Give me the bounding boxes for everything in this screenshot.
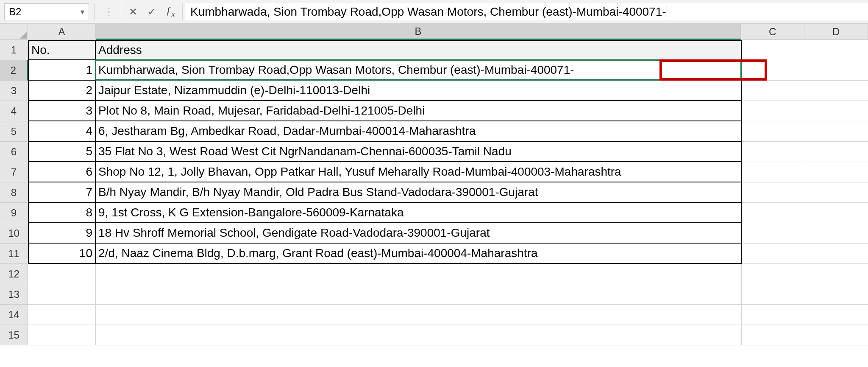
cell-C9[interactable] <box>742 203 805 223</box>
cell-A2[interactable]: 1 <box>28 60 96 81</box>
cell-A4[interactable]: 3 <box>28 101 96 121</box>
cell-D1[interactable] <box>805 40 868 60</box>
cell-B3[interactable]: Jaipur Estate, Nizammuddin (e)-Delhi-110… <box>96 81 742 101</box>
cell-D3[interactable] <box>805 81 868 101</box>
expand-icon[interactable]: ⋮ <box>100 3 118 20</box>
name-box[interactable]: B2 ▾ <box>4 3 89 20</box>
cell-C5[interactable] <box>742 121 805 142</box>
cell-D15[interactable] <box>805 325 868 345</box>
cell-D9[interactable] <box>805 203 868 223</box>
formula-bar: B2 ▾ ⋮ ✕ ✓ ƒx Kumbharwada, Sion Trombay … <box>0 0 868 24</box>
row-header-11[interactable]: 11 <box>0 244 28 264</box>
cell-D13[interactable] <box>805 284 868 305</box>
row-header-14[interactable]: 14 <box>0 305 28 325</box>
cell-B9[interactable]: 9, 1st Cross, K G Extension-Bangalore-56… <box>96 203 742 223</box>
select-all-corner[interactable] <box>0 24 28 40</box>
cell-C12[interactable] <box>742 264 805 284</box>
cell-C4[interactable] <box>742 101 805 121</box>
formula-input[interactable]: Kumbharwada, Sion Trombay Road,Opp Wasan… <box>185 3 868 20</box>
enter-button[interactable]: ✓ <box>142 3 161 20</box>
cell-B14[interactable] <box>96 305 742 325</box>
cell-B13[interactable] <box>96 284 742 305</box>
cell-C1[interactable] <box>742 40 805 60</box>
cell-C15[interactable] <box>742 325 805 345</box>
cell-D6[interactable] <box>805 142 868 162</box>
row-header-6[interactable]: 6 <box>0 142 28 162</box>
cell-A9[interactable]: 8 <box>28 203 96 223</box>
cell-A13[interactable] <box>28 284 96 305</box>
row-header-2[interactable]: 2 <box>0 60 28 81</box>
cell-B1[interactable]: Address <box>96 40 742 60</box>
row-header-10[interactable]: 10 <box>0 223 28 244</box>
cell-C8[interactable] <box>742 182 805 203</box>
cell-A12[interactable] <box>28 264 96 284</box>
row-header-9[interactable]: 9 <box>0 203 28 223</box>
cell-C11[interactable] <box>742 244 805 264</box>
cell-B10[interactable]: 18 Hv Shroff Memorial School, Gendigate … <box>96 223 742 244</box>
cell-B15[interactable] <box>96 325 742 345</box>
column-header-D[interactable]: D <box>804 24 868 40</box>
cell-B11[interactable]: 2/d, Naaz Cinema Bldg, D.b.marg, Grant R… <box>96 244 742 264</box>
svg-marker-0 <box>20 32 27 39</box>
cell-B4[interactable]: Plot No 8, Main Road, Mujesar, Faridabad… <box>96 101 742 121</box>
x-icon: ✕ <box>129 6 137 18</box>
cell-D7[interactable] <box>805 162 868 182</box>
cell-A1[interactable]: No. <box>28 40 96 60</box>
cell-B8[interactable]: B/h Nyay Mandir, B/h Nyay Mandir, Old Pa… <box>96 182 742 203</box>
fx-icon: ƒx <box>166 4 175 19</box>
cell-B12[interactable] <box>96 264 742 284</box>
cell-C7[interactable] <box>742 162 805 182</box>
cell-B2[interactable]: Kumbharwada, Sion Trombay Road,Opp Wasan… <box>96 60 742 81</box>
cell-B5[interactable]: 6, Jestharam Bg, Ambedkar Road, Dadar-Mu… <box>96 121 742 142</box>
column-header-C[interactable]: C <box>741 24 804 40</box>
row-header-8[interactable]: 8 <box>0 182 28 203</box>
separator <box>94 3 95 20</box>
cell-A14[interactable] <box>28 305 96 325</box>
column-header-B[interactable]: B <box>96 24 741 40</box>
cancel-button[interactable]: ✕ <box>124 3 142 20</box>
cell-D14[interactable] <box>805 305 868 325</box>
row-header-15[interactable]: 15 <box>0 325 28 345</box>
row-header-12[interactable]: 12 <box>0 264 28 284</box>
cell-D11[interactable] <box>805 244 868 264</box>
name-box-value: B2 <box>9 6 21 18</box>
cell-A6[interactable]: 5 <box>28 142 96 162</box>
cell-C14[interactable] <box>742 305 805 325</box>
row-header-13[interactable]: 13 <box>0 284 28 305</box>
cells-area: No.Address1Kumbharwada, Sion Trombay Roa… <box>28 40 868 345</box>
insert-function-button[interactable]: ƒx <box>161 3 180 20</box>
column-headers: ABCD <box>28 24 868 40</box>
separator <box>121 3 121 20</box>
cell-C2[interactable] <box>742 60 805 81</box>
cell-B6[interactable]: 35 Flat No 3, West Road West Cit NgrNand… <box>96 142 742 162</box>
cell-D10[interactable] <box>805 223 868 244</box>
cell-D5[interactable] <box>805 121 868 142</box>
cell-A11[interactable]: 10 <box>28 244 96 264</box>
cell-D2[interactable] <box>805 60 868 81</box>
cell-A5[interactable]: 4 <box>28 121 96 142</box>
row-header-3[interactable]: 3 <box>0 81 28 101</box>
separator <box>182 3 183 20</box>
row-header-1[interactable]: 1 <box>0 40 28 60</box>
cell-C3[interactable] <box>742 81 805 101</box>
cell-A3[interactable]: 2 <box>28 81 96 101</box>
column-header-A[interactable]: A <box>28 24 96 40</box>
cell-A7[interactable]: 6 <box>28 162 96 182</box>
formula-text: Kumbharwada, Sion Trombay Road,Opp Wasan… <box>190 5 666 19</box>
row-header-5[interactable]: 5 <box>0 121 28 142</box>
text-caret <box>667 6 667 18</box>
cell-A15[interactable] <box>28 325 96 345</box>
cell-D12[interactable] <box>805 264 868 284</box>
cell-C13[interactable] <box>742 284 805 305</box>
cell-C6[interactable] <box>742 142 805 162</box>
chevron-down-icon[interactable]: ▾ <box>81 7 84 17</box>
cell-A10[interactable]: 9 <box>28 223 96 244</box>
cell-D4[interactable] <box>805 101 868 121</box>
row-header-7[interactable]: 7 <box>0 162 28 182</box>
check-icon: ✓ <box>147 6 156 18</box>
cell-C10[interactable] <box>742 223 805 244</box>
cell-B7[interactable]: Shop No 12, 1, Jolly Bhavan, Opp Patkar … <box>96 162 742 182</box>
cell-D8[interactable] <box>805 182 868 203</box>
row-header-4[interactable]: 4 <box>0 101 28 121</box>
cell-A8[interactable]: 7 <box>28 182 96 203</box>
